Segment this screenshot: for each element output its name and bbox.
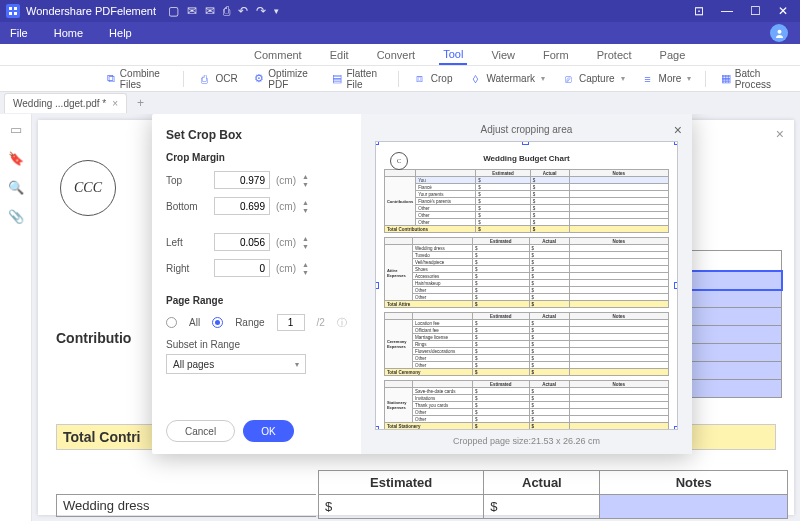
bg-row-label: Wedding dress	[56, 494, 316, 517]
bottom-label: Bottom	[166, 201, 208, 212]
document-tab-label: Wedding ...dget.pdf *	[13, 98, 106, 109]
document-tab[interactable]: Wedding ...dget.pdf * ×	[4, 93, 127, 113]
top-input[interactable]	[214, 171, 270, 189]
close-tab-icon[interactable]: ×	[112, 98, 118, 109]
minimize-icon[interactable]: —	[716, 4, 738, 18]
handle-tr[interactable]	[674, 141, 678, 145]
left-label: Left	[166, 237, 208, 248]
tab-protect[interactable]: Protect	[593, 46, 636, 64]
optimize-pdf-button[interactable]: ⚙Optimize PDF	[248, 65, 322, 93]
page-range-heading: Page Range	[166, 295, 347, 306]
subset-label: Subset in Range	[166, 339, 347, 350]
search-icon[interactable]: 🔍	[8, 180, 24, 195]
tab-tool[interactable]: Tool	[439, 45, 467, 65]
left-input[interactable]	[214, 233, 270, 251]
flatten-icon: ▤	[332, 72, 343, 86]
handle-tl[interactable]	[375, 141, 379, 145]
open-icon[interactable]: ▢	[168, 4, 179, 18]
qat-chevron-down-icon[interactable]: ▾	[274, 6, 279, 16]
cancel-button[interactable]: Cancel	[166, 420, 235, 442]
tab-view[interactable]: View	[487, 46, 519, 64]
right-input[interactable]	[214, 259, 270, 277]
redo-icon[interactable]: ↷	[256, 4, 266, 18]
ocr-button[interactable]: ⎙OCR	[191, 69, 243, 89]
left-down-icon[interactable]: ▼	[302, 243, 309, 250]
combine-files-icon: ⧉	[105, 72, 116, 86]
crop-icon: ⧈	[413, 72, 427, 86]
right-down-icon[interactable]: ▼	[302, 269, 309, 276]
toolbar: ⧉Combine Files ⎙OCR ⚙Optimize PDF ▤Flatt…	[0, 66, 800, 92]
bookmarks-icon[interactable]: 🔖	[8, 151, 24, 166]
chevron-down-icon: ▾	[621, 74, 625, 83]
document-canvas[interactable]: × CCC Contributio Total Contri Wedding d…	[32, 114, 800, 521]
app-logo	[6, 4, 20, 18]
range-total: /2	[317, 317, 325, 328]
range-help-icon[interactable]: ⓘ	[337, 316, 347, 330]
handle-r[interactable]	[674, 282, 678, 289]
combine-files-button[interactable]: ⧉Combine Files	[99, 65, 174, 93]
crop-button[interactable]: ⧈Crop	[407, 69, 459, 89]
handle-bl[interactable]	[375, 426, 379, 430]
tab-comment[interactable]: Comment	[250, 46, 306, 64]
add-tab-button[interactable]: +	[131, 96, 150, 110]
more-icon: ≡	[641, 72, 655, 86]
radio-range[interactable]	[212, 317, 223, 328]
quick-access-toolbar: ▢ ✉ ✉ ⎙ ↶ ↷ ▾	[168, 4, 279, 18]
capture-icon: ⎚	[561, 72, 575, 86]
left-up-icon[interactable]: ▲	[302, 235, 309, 242]
bottom-up-icon[interactable]: ▲	[302, 199, 309, 206]
subset-select[interactable]: All pages▾	[166, 354, 306, 374]
document-tabstrip: Wedding ...dget.pdf * × +	[0, 92, 800, 114]
bottom-down-icon[interactable]: ▼	[302, 207, 309, 214]
tab-convert[interactable]: Convert	[373, 46, 420, 64]
optimize-icon: ⚙	[254, 72, 265, 86]
right-label: Right	[166, 263, 208, 274]
print-icon[interactable]: ⎙	[223, 4, 230, 18]
undo-icon[interactable]: ↶	[238, 4, 248, 18]
more-button[interactable]: ≡More▾	[635, 69, 698, 89]
mail-icon[interactable]: ✉	[205, 4, 215, 18]
page-close-icon[interactable]: ×	[776, 126, 784, 142]
capture-button[interactable]: ⎚Capture▾	[555, 69, 631, 89]
bg-right-column	[678, 250, 782, 397]
attachments-icon[interactable]: 📎	[8, 209, 24, 224]
preview-title: Adjust cropping area	[375, 124, 678, 135]
flatten-file-button[interactable]: ▤Flatten File	[326, 65, 390, 93]
handle-br[interactable]	[674, 426, 678, 430]
ok-button[interactable]: OK	[243, 420, 293, 442]
range-input[interactable]	[277, 314, 305, 331]
handle-t[interactable]	[522, 141, 529, 145]
menu-file[interactable]: File	[10, 27, 28, 39]
svg-point-0	[777, 29, 781, 33]
radio-all[interactable]	[166, 317, 177, 328]
tab-page[interactable]: Page	[656, 46, 690, 64]
menu-home[interactable]: Home	[54, 27, 83, 39]
feedback-icon[interactable]: ⊡	[688, 4, 710, 18]
handle-l[interactable]	[375, 282, 379, 289]
crop-dialog: × Set Crop Box Crop Margin Top(cm)▲▼ Bot…	[152, 114, 692, 454]
close-icon[interactable]: ✕	[772, 4, 794, 18]
maximize-icon[interactable]: ☐	[744, 4, 766, 18]
top-down-icon[interactable]: ▼	[302, 181, 309, 188]
preview-page: C Wedding Budget Chart EstimatedActualNo…	[384, 150, 669, 421]
dialog-close-icon[interactable]: ×	[674, 122, 682, 138]
batch-process-button[interactable]: ▦Batch Process	[714, 65, 790, 93]
ribbon-tabs: Comment Edit Convert Tool View Form Prot…	[0, 44, 800, 66]
dialog-left-panel: Set Crop Box Crop Margin Top(cm)▲▼ Botto…	[152, 114, 361, 454]
dialog-preview-panel: Adjust cropping area C Wedding Budget Ch…	[361, 114, 692, 454]
preview-footer: Cropped page size:21.53 x 26.26 cm	[375, 436, 678, 446]
crop-preview[interactable]: C Wedding Budget Chart EstimatedActualNo…	[375, 141, 678, 430]
bottom-input[interactable]	[214, 197, 270, 215]
tab-form[interactable]: Form	[539, 46, 573, 64]
save-icon[interactable]: ✉	[187, 4, 197, 18]
dialog-title: Set Crop Box	[166, 128, 347, 142]
titlebar: Wondershare PDFelement ▢ ✉ ✉ ⎙ ↶ ↷ ▾ ⊡ —…	[0, 0, 800, 22]
thumbnails-icon[interactable]: ▭	[10, 122, 22, 137]
tab-edit[interactable]: Edit	[326, 46, 353, 64]
workspace: ▭ 🔖 🔍 📎 × CCC Contributio Total Contri W…	[0, 114, 800, 521]
watermark-button[interactable]: ◊Watermark▾	[462, 69, 551, 89]
menu-help[interactable]: Help	[109, 27, 132, 39]
top-up-icon[interactable]: ▲	[302, 173, 309, 180]
right-up-icon[interactable]: ▲	[302, 261, 309, 268]
user-avatar-icon[interactable]	[770, 24, 788, 42]
